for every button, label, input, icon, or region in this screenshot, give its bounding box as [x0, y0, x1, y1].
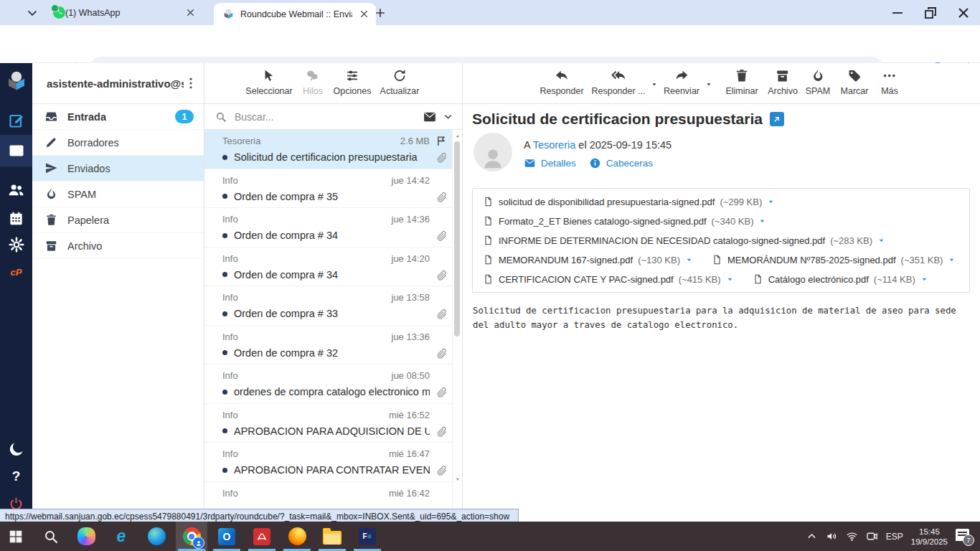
tab-close-icon[interactable] — [358, 8, 370, 20]
attachment-item[interactable]: solicitud de disponibilidad presupuestar… — [483, 195, 775, 208]
message-list-item[interactable]: Info jue 14:20 Orden de compra # 34 — [204, 248, 453, 287]
recipient-link[interactable]: Tesoreria — [533, 139, 576, 151]
attachment-item[interactable]: MEMORANDUM 167-signed.pdf (~130 KB) — [483, 253, 693, 266]
message-list-item[interactable]: Info mié 16:42 — [204, 482, 453, 512]
attachment-menu-caret-icon[interactable] — [767, 199, 775, 205]
attachment-item[interactable]: Catálogo electrónico.pdf (~114 KB) — [753, 273, 928, 286]
mail-nav-button[interactable] — [0, 135, 32, 166]
folder-archivo[interactable]: Archivo — [32, 233, 204, 259]
scrollbar-thumb[interactable] — [454, 141, 460, 336]
message-list-item[interactable]: Info jue 08:50 ordenes de compra catalog… — [204, 364, 453, 404]
calendar-nav-button[interactable] — [0, 204, 32, 232]
reply-button[interactable]: Responder — [540, 68, 583, 96]
message-list-item[interactable]: Info mié 16:47 APROBACION PARA CONTRATAR… — [204, 443, 453, 482]
notification-center-icon[interactable]: 7 — [956, 529, 973, 545]
details-toggle[interactable]: Detalles — [524, 157, 576, 169]
chrome-icon[interactable] — [176, 522, 207, 551]
message-list-item[interactable]: Info jue 14:36 Orden de compra # 34 — [204, 208, 453, 248]
tab-whatsapp[interactable]: (1) WhatsApp — [44, 0, 202, 25]
acrobat-icon[interactable] — [246, 522, 278, 551]
forward-icon — [674, 68, 689, 83]
more-button[interactable]: Más — [881, 68, 898, 96]
meet-now-icon[interactable] — [866, 530, 878, 542]
folder-label: Papelera — [67, 215, 109, 226]
copilot-icon[interactable] — [70, 522, 102, 551]
tab-search-chevron-icon[interactable] — [24, 6, 40, 20]
mark-button[interactable]: Marcar — [841, 68, 869, 96]
window-minimize-button[interactable] — [889, 4, 906, 22]
folder-spam[interactable]: SPAM — [32, 182, 204, 207]
message-list-item[interactable]: Info jue 13:58 Orden de compra # 33 — [204, 286, 453, 326]
account-menu-icon[interactable] — [184, 76, 198, 90]
attachment-item[interactable]: CERTIFICACION CATE Y PAC-signed.pdf (~41… — [483, 273, 734, 286]
flag-icon[interactable] — [435, 135, 448, 147]
internet-explorer-icon[interactable]: e — [105, 522, 137, 551]
options-button[interactable]: Opciones — [334, 68, 372, 96]
headers-toggle[interactable]: Cabeceras — [589, 157, 653, 169]
message-list-item[interactable]: Info mié 16:52 APROBACION PARA ADQUISICI… — [204, 404, 453, 443]
search-options-chevron-icon[interactable] — [443, 111, 453, 122]
start-button[interactable] — [0, 522, 32, 551]
fs-app-icon[interactable]: F≡ — [352, 522, 383, 551]
attachment-item[interactable]: INFORME DE DETERMINACION DE NECESIDAD ca… — [483, 234, 885, 247]
attachment-menu-caret-icon[interactable] — [685, 257, 693, 263]
folder-entrada[interactable]: Entrada 1 — [32, 104, 204, 130]
cpanel-link[interactable]: cP — [0, 258, 32, 286]
help-button[interactable]: ? — [0, 462, 32, 491]
fire-icon — [44, 187, 58, 201]
roundcube-logo[interactable] — [0, 67, 32, 95]
outlook-icon[interactable]: O — [211, 522, 242, 551]
attachment-menu-caret-icon[interactable] — [948, 257, 956, 263]
threads-button[interactable]: Hilos — [303, 68, 323, 96]
attachment-item[interactable]: MEMORÁNDUM Nº785-2025-signed.pdf (~351 K… — [712, 253, 956, 266]
search-scope-mail-icon[interactable] — [423, 110, 437, 124]
language-indicator[interactable]: ESP — [886, 532, 903, 542]
window-close-button[interactable] — [955, 4, 972, 22]
compose-button[interactable] — [0, 106, 32, 135]
volume-icon[interactable] — [826, 530, 838, 542]
refresh-button[interactable]: Actualizar — [380, 68, 420, 96]
taskbar-clock[interactable]: 15:45 19/9/2025 — [911, 527, 948, 547]
edge-icon[interactable] — [141, 522, 172, 551]
system-tray: ESP 15:45 19/9/2025 7 — [806, 527, 980, 547]
open-in-new-window-icon[interactable] — [770, 112, 784, 126]
firefox-icon[interactable] — [281, 522, 313, 551]
folder-papelera[interactable]: Papelera — [32, 207, 204, 233]
attachment-menu-caret-icon[interactable] — [920, 276, 928, 283]
attachment-item[interactable]: Formato_2_ET Bienes catalogo-signed-sign… — [483, 215, 766, 227]
attachment-menu-caret-icon[interactable] — [877, 237, 885, 244]
taskbar-search-button[interactable] — [35, 522, 67, 551]
window-restore-button[interactable] — [922, 4, 939, 22]
forward-button[interactable]: Reenviar — [664, 68, 699, 96]
file-explorer-icon[interactable] — [316, 522, 348, 551]
scroll-down-icon[interactable] — [454, 476, 461, 482]
message-list-item[interactable]: Info jue 13:36 Orden de compra # 32 — [204, 326, 453, 365]
attachment-name: CERTIFICACION CATE Y PAC-signed.pdf — [499, 274, 674, 285]
attachment-menu-caret-icon[interactable] — [726, 276, 734, 283]
spam-button[interactable]: SPAM — [806, 68, 831, 96]
wifi-icon[interactable] — [846, 530, 858, 542]
attachment-name: INFORME DE DETERMINACION DE NECESIDAD ca… — [499, 235, 825, 246]
tab-roundcube[interactable]: Roundcube Webmail :: Enviados — [214, 3, 376, 25]
scroll-up-icon[interactable] — [454, 133, 461, 139]
reply-all-caret-icon[interactable] — [651, 82, 658, 88]
select-button[interactable]: Seleccionar — [245, 68, 292, 96]
archive-button[interactable]: Archivo — [768, 68, 798, 96]
new-tab-button[interactable] — [373, 6, 387, 20]
search-input[interactable] — [233, 110, 417, 123]
attachment-menu-caret-icon[interactable] — [758, 218, 766, 225]
dark-mode-toggle[interactable] — [0, 435, 32, 463]
forward-caret-icon[interactable] — [705, 82, 712, 88]
message-list-item[interactable]: Tesoreria 2.6 MB Solicitud de certificac… — [204, 130, 453, 169]
message-sender: Info — [222, 175, 238, 186]
settings-nav-button[interactable] — [0, 230, 32, 259]
delete-button[interactable]: Eliminar — [725, 68, 758, 96]
tab-close-icon[interactable] — [184, 6, 197, 19]
contacts-nav-button[interactable] — [0, 175, 32, 204]
list-scrollbar[interactable] — [452, 130, 462, 511]
folder-borradores[interactable]: Borradores — [32, 130, 204, 156]
folder-enviados[interactable]: Enviados — [32, 156, 204, 182]
tray-chevron-up-icon[interactable] — [806, 530, 818, 542]
message-list-item[interactable]: Info jue 14:42 Orden de compra # 35 — [204, 169, 453, 209]
reply-all-button[interactable]: Responder ... — [591, 68, 645, 96]
